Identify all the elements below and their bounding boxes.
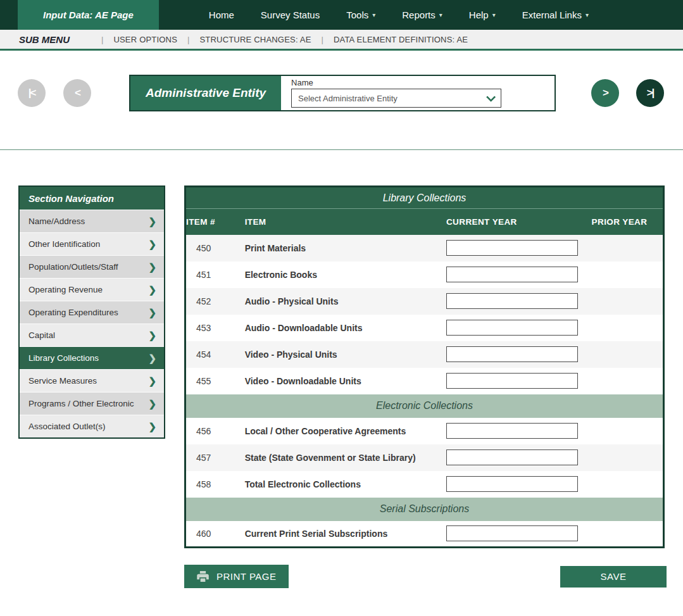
section-nav-item-associated-outlets[interactable]: Associated Outlet(s)❯	[20, 415, 164, 437]
dropdown-caret-icon: ▾	[586, 11, 589, 18]
section-nav-item-name-address[interactable]: Name/Address❯	[20, 210, 164, 232]
administrative-entity-select[interactable]: Select Administrative Entity	[291, 89, 501, 108]
dropdown-caret-icon: ▾	[492, 11, 496, 18]
chevron-right-icon: ❯	[148, 216, 156, 227]
section-nav-item-library-collections[interactable]: Library Collections❯	[20, 346, 164, 369]
prior-year-value	[592, 261, 664, 288]
section-nav-item-programs-other-electronic[interactable]: Programs / Other Electronic❯	[20, 392, 164, 415]
footer-actions: PRINT PAGE SAVE	[184, 565, 667, 588]
current-year-input-456[interactable]	[446, 423, 578, 439]
table-row: 460 Current Print Serial Subscriptions	[185, 521, 664, 548]
save-button[interactable]: SAVE	[560, 566, 667, 588]
item-number: 456	[185, 418, 245, 444]
prior-year-value	[592, 288, 664, 315]
item-label: Current Print Serial Subscriptions	[245, 521, 446, 548]
tab-input-data-ae-page[interactable]: Input Data: AE Page	[18, 0, 159, 30]
item-number: 453	[185, 315, 245, 341]
print-page-button[interactable]: PRINT PAGE	[184, 565, 289, 588]
section-nav-item-service-measures[interactable]: Service Measures❯	[20, 369, 164, 392]
prior-year-value	[592, 521, 664, 548]
section-nav-item-capital[interactable]: Capital❯	[20, 324, 164, 346]
section-nav-item-operating-revenue[interactable]: Operating Revenue❯	[20, 278, 164, 301]
current-year-input-458[interactable]	[446, 476, 578, 492]
separator: |	[322, 35, 323, 44]
dropdown-caret-icon: ▾	[372, 11, 375, 18]
item-label: Video - Physical Units	[245, 341, 446, 368]
item-number: 454	[185, 341, 245, 368]
chevron-right-icon: ❯	[148, 398, 156, 410]
prior-year-value	[592, 368, 664, 394]
current-year-input-454[interactable]	[446, 346, 578, 362]
section-nav-item-operating-expenditures[interactable]: Operating Expenditures❯	[20, 301, 164, 324]
table-row: 456 Local / Other Cooperative Agreements	[185, 418, 664, 444]
sub-menu-bar: SUB MENU | USER OPTIONS | STRUCTURE CHAN…	[0, 30, 683, 51]
administrative-entity-box: Administrative Entity Name Select Admini…	[129, 75, 556, 111]
selected-entity-value: Select Administrative Entity	[298, 94, 398, 103]
item-label: Audio - Downloadable Units	[245, 315, 446, 341]
administrative-entity-title: Administrative Entity	[130, 76, 281, 110]
submenu-item-user-options[interactable]: USER OPTIONS	[113, 35, 177, 44]
next-page-button[interactable]: >	[591, 79, 619, 107]
item-number: 457	[185, 444, 245, 471]
table-row: 452 Audio - Physical Units	[185, 288, 664, 315]
item-number: 458	[185, 471, 245, 498]
current-year-input-452[interactable]	[446, 293, 578, 309]
previous-page-button[interactable]: <	[63, 79, 91, 107]
nav-item-tools[interactable]: Tools▾	[333, 0, 389, 30]
column-header-item: ITEM	[245, 209, 446, 235]
prior-year-value	[592, 315, 664, 341]
section-nav-item-population-outlets-staff[interactable]: Population/Outlets/Staff❯	[20, 255, 164, 278]
library-collections-table: Library Collections ITEM # ITEM CURRENT …	[184, 185, 665, 548]
chevron-down-icon	[486, 92, 496, 102]
print-page-label: PRINT PAGE	[216, 571, 276, 582]
current-year-input-460[interactable]	[446, 525, 578, 541]
table-section-header: Serial Subscriptions	[185, 498, 664, 521]
nav-item-reports[interactable]: Reports▾	[389, 0, 456, 30]
table-row: 454 Video - Physical Units	[185, 341, 664, 368]
current-year-input-457[interactable]	[446, 449, 578, 465]
top-navbar: Input Data: AE Page Home Survey Status T…	[0, 0, 683, 30]
column-header-current-year: CURRENT YEAR	[446, 209, 592, 235]
item-number: 450	[185, 235, 245, 261]
column-header-item-number: ITEM #	[185, 209, 245, 235]
table-title: Library Collections	[185, 187, 664, 209]
current-year-input-455[interactable]	[446, 373, 578, 389]
separator: |	[101, 35, 103, 44]
item-label: Video - Downloadable Units	[245, 368, 446, 394]
table-row: 451 Electronic Books	[185, 261, 664, 288]
main-content: Section Navigation Name/Address❯ Other I…	[0, 185, 683, 548]
item-label: Print Materials	[245, 235, 446, 261]
entity-name-label: Name	[291, 78, 501, 87]
column-header-prior-year: PRIOR YEAR	[592, 209, 664, 235]
chevron-right-icon: ❯	[148, 330, 156, 341]
item-number: 455	[185, 368, 245, 394]
section-navigation-panel: Section Navigation Name/Address❯ Other I…	[18, 185, 165, 439]
table-section-header: Electronic Collections	[185, 394, 664, 418]
entity-name-form: Name Select Administrative Entity	[281, 76, 501, 110]
table-row: 453 Audio - Downloadable Units	[185, 315, 664, 341]
last-page-button[interactable]: >|	[636, 79, 664, 107]
navbar-items: Home Survey Status Tools▾ Reports▾ Help▾…	[196, 0, 602, 30]
nav-item-survey-status[interactable]: Survey Status	[248, 0, 333, 30]
nav-item-external-links[interactable]: External Links▾	[509, 0, 602, 30]
chevron-right-icon: ❯	[148, 421, 156, 432]
chevron-right-icon: ❯	[148, 284, 156, 296]
current-year-input-450[interactable]	[446, 240, 578, 256]
sub-menu-title: SUB MENU	[19, 34, 70, 45]
current-year-input-451[interactable]	[446, 267, 578, 282]
item-label: Total Electronic Collections	[245, 471, 446, 498]
nav-item-home[interactable]: Home	[196, 0, 248, 30]
item-label: Electronic Books	[245, 261, 446, 288]
chevron-right-icon: ❯	[148, 375, 156, 387]
nav-item-help[interactable]: Help▾	[456, 0, 509, 30]
section-nav-item-other-identification[interactable]: Other Identification❯	[20, 232, 164, 255]
separator: |	[187, 35, 189, 44]
submenu-item-structure-changes[interactable]: STRUCTURE CHANGES: AE	[199, 35, 311, 44]
submenu-item-data-element-definitions[interactable]: DATA ELEMENT DEFINITIONS: AE	[334, 35, 468, 44]
table-row: 450 Print Materials	[185, 235, 664, 261]
table-row: 457 State (State Govenment or State Libr…	[185, 444, 664, 471]
first-page-button[interactable]: |<	[18, 79, 46, 107]
chevron-right-icon: ❯	[148, 353, 156, 364]
dropdown-caret-icon: ▾	[439, 11, 442, 18]
current-year-input-453[interactable]	[446, 320, 578, 336]
